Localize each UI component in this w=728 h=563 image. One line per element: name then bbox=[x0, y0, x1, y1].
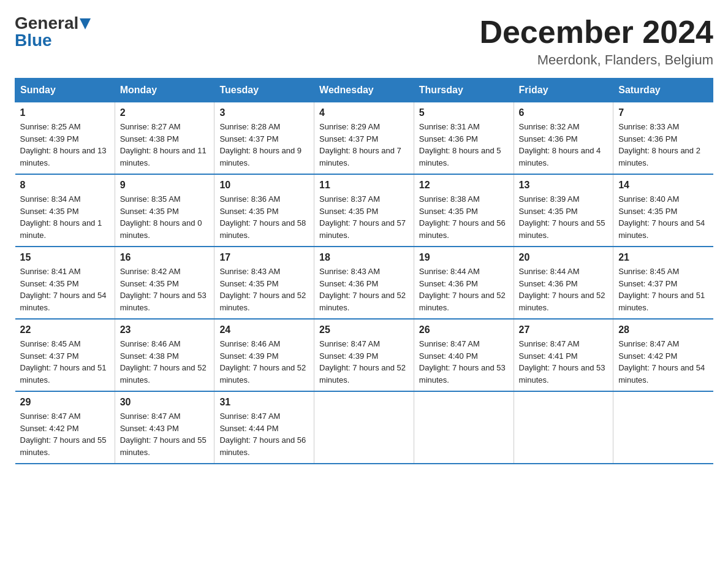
table-row: 12Sunrise: 8:38 AMSunset: 4:35 PMDayligh… bbox=[414, 174, 514, 247]
table-row: 25Sunrise: 8:47 AMSunset: 4:39 PMDayligh… bbox=[314, 319, 414, 391]
day-number: 16 bbox=[120, 252, 210, 263]
day-number: 7 bbox=[618, 107, 708, 118]
day-number: 15 bbox=[20, 252, 110, 263]
day-info: Sunrise: 8:47 AMSunset: 4:43 PMDaylight:… bbox=[120, 410, 210, 458]
day-number: 5 bbox=[419, 107, 509, 118]
day-info: Sunrise: 8:38 AMSunset: 4:35 PMDaylight:… bbox=[419, 193, 509, 241]
day-number: 28 bbox=[618, 324, 708, 335]
day-number: 25 bbox=[319, 324, 409, 335]
day-number: 18 bbox=[319, 252, 409, 263]
table-row: 27Sunrise: 8:47 AMSunset: 4:41 PMDayligh… bbox=[514, 319, 613, 391]
day-info: Sunrise: 8:42 AMSunset: 4:35 PMDaylight:… bbox=[120, 266, 210, 313]
table-row: 14Sunrise: 8:40 AMSunset: 4:35 PMDayligh… bbox=[613, 174, 713, 247]
day-number: 27 bbox=[519, 324, 609, 335]
logo-triangle-icon bbox=[80, 18, 91, 29]
table-row: 18Sunrise: 8:43 AMSunset: 4:36 PMDayligh… bbox=[314, 247, 414, 319]
col-wednesday: Wednesday bbox=[314, 79, 414, 102]
day-info: Sunrise: 8:34 AMSunset: 4:35 PMDaylight:… bbox=[20, 193, 110, 241]
col-friday: Friday bbox=[514, 79, 613, 102]
table-row: 21Sunrise: 8:45 AMSunset: 4:37 PMDayligh… bbox=[613, 247, 713, 319]
calendar-week-row: 22Sunrise: 8:45 AMSunset: 4:37 PMDayligh… bbox=[15, 319, 713, 391]
col-sunday: Sunday bbox=[15, 79, 115, 102]
day-number: 14 bbox=[618, 180, 708, 191]
day-number: 30 bbox=[120, 397, 210, 408]
day-number: 1 bbox=[20, 107, 110, 118]
day-number: 23 bbox=[120, 324, 210, 335]
table-row bbox=[314, 391, 414, 464]
table-row: 2Sunrise: 8:27 AMSunset: 4:38 PMDaylight… bbox=[115, 102, 214, 175]
day-number: 19 bbox=[419, 252, 509, 263]
day-number: 3 bbox=[219, 107, 309, 118]
day-info: Sunrise: 8:44 AMSunset: 4:36 PMDaylight:… bbox=[519, 266, 609, 313]
day-info: Sunrise: 8:33 AMSunset: 4:36 PMDaylight:… bbox=[618, 121, 708, 169]
day-number: 31 bbox=[219, 397, 309, 408]
table-row bbox=[514, 391, 613, 464]
day-info: Sunrise: 8:31 AMSunset: 4:36 PMDaylight:… bbox=[419, 121, 509, 169]
calendar-week-row: 15Sunrise: 8:41 AMSunset: 4:35 PMDayligh… bbox=[15, 247, 713, 319]
table-row: 24Sunrise: 8:46 AMSunset: 4:39 PMDayligh… bbox=[214, 319, 314, 391]
day-info: Sunrise: 8:36 AMSunset: 4:35 PMDaylight:… bbox=[219, 193, 309, 241]
calendar-week-row: 29Sunrise: 8:47 AMSunset: 4:42 PMDayligh… bbox=[15, 391, 713, 464]
table-row: 11Sunrise: 8:37 AMSunset: 4:35 PMDayligh… bbox=[314, 174, 414, 247]
day-info: Sunrise: 8:43 AMSunset: 4:35 PMDaylight:… bbox=[219, 266, 309, 313]
day-number: 2 bbox=[120, 107, 210, 118]
calendar-header-row: Sunday Monday Tuesday Wednesday Thursday… bbox=[15, 79, 713, 102]
day-info: Sunrise: 8:44 AMSunset: 4:36 PMDaylight:… bbox=[419, 266, 509, 313]
day-number: 26 bbox=[419, 324, 509, 335]
table-row: 9Sunrise: 8:35 AMSunset: 4:35 PMDaylight… bbox=[115, 174, 214, 247]
table-row: 31Sunrise: 8:47 AMSunset: 4:44 PMDayligh… bbox=[214, 391, 314, 464]
day-info: Sunrise: 8:47 AMSunset: 4:42 PMDaylight:… bbox=[20, 410, 110, 458]
table-row: 3Sunrise: 8:28 AMSunset: 4:37 PMDaylight… bbox=[214, 102, 314, 175]
day-info: Sunrise: 8:41 AMSunset: 4:35 PMDaylight:… bbox=[20, 266, 110, 313]
day-info: Sunrise: 8:43 AMSunset: 4:36 PMDaylight:… bbox=[319, 266, 409, 313]
col-monday: Monday bbox=[115, 79, 214, 102]
day-number: 11 bbox=[319, 180, 409, 191]
col-thursday: Thursday bbox=[414, 79, 514, 102]
table-row: 29Sunrise: 8:47 AMSunset: 4:42 PMDayligh… bbox=[15, 391, 115, 464]
table-row bbox=[613, 391, 713, 464]
day-number: 17 bbox=[219, 252, 309, 263]
day-number: 9 bbox=[120, 180, 210, 191]
table-row: 15Sunrise: 8:41 AMSunset: 4:35 PMDayligh… bbox=[15, 247, 115, 319]
logo: General Blue bbox=[15, 15, 91, 49]
table-row: 13Sunrise: 8:39 AMSunset: 4:35 PMDayligh… bbox=[514, 174, 613, 247]
location-title: Meerdonk, Flanders, Belgium bbox=[479, 52, 713, 68]
day-info: Sunrise: 8:45 AMSunset: 4:37 PMDaylight:… bbox=[20, 338, 110, 386]
table-row: 6Sunrise: 8:32 AMSunset: 4:36 PMDaylight… bbox=[514, 102, 613, 175]
day-info: Sunrise: 8:35 AMSunset: 4:35 PMDaylight:… bbox=[120, 193, 210, 241]
table-row: 23Sunrise: 8:46 AMSunset: 4:38 PMDayligh… bbox=[115, 319, 214, 391]
title-section: December 2024 Meerdonk, Flanders, Belgiu… bbox=[479, 15, 713, 68]
day-number: 21 bbox=[618, 252, 708, 263]
calendar-week-row: 1Sunrise: 8:25 AMSunset: 4:39 PMDaylight… bbox=[15, 102, 713, 175]
table-row: 22Sunrise: 8:45 AMSunset: 4:37 PMDayligh… bbox=[15, 319, 115, 391]
day-number: 13 bbox=[519, 180, 609, 191]
day-number: 20 bbox=[519, 252, 609, 263]
logo-general-text: General bbox=[15, 15, 78, 32]
day-info: Sunrise: 8:46 AMSunset: 4:39 PMDaylight:… bbox=[219, 338, 309, 386]
day-info: Sunrise: 8:27 AMSunset: 4:38 PMDaylight:… bbox=[120, 121, 210, 169]
day-info: Sunrise: 8:45 AMSunset: 4:37 PMDaylight:… bbox=[618, 266, 708, 313]
day-number: 10 bbox=[219, 180, 309, 191]
page-header: General Blue December 2024 Meerdonk, Fla… bbox=[15, 15, 713, 68]
col-tuesday: Tuesday bbox=[214, 79, 314, 102]
day-info: Sunrise: 8:47 AMSunset: 4:44 PMDaylight:… bbox=[219, 410, 309, 458]
table-row: 26Sunrise: 8:47 AMSunset: 4:40 PMDayligh… bbox=[414, 319, 514, 391]
calendar-week-row: 8Sunrise: 8:34 AMSunset: 4:35 PMDaylight… bbox=[15, 174, 713, 247]
day-number: 6 bbox=[519, 107, 609, 118]
logo-blue-text: Blue bbox=[15, 31, 52, 50]
table-row: 1Sunrise: 8:25 AMSunset: 4:39 PMDaylight… bbox=[15, 102, 115, 175]
day-info: Sunrise: 8:40 AMSunset: 4:35 PMDaylight:… bbox=[618, 193, 708, 241]
table-row: 8Sunrise: 8:34 AMSunset: 4:35 PMDaylight… bbox=[15, 174, 115, 247]
day-info: Sunrise: 8:29 AMSunset: 4:37 PMDaylight:… bbox=[319, 121, 409, 169]
table-row: 16Sunrise: 8:42 AMSunset: 4:35 PMDayligh… bbox=[115, 247, 214, 319]
svg-marker-0 bbox=[80, 18, 91, 29]
day-info: Sunrise: 8:32 AMSunset: 4:36 PMDaylight:… bbox=[519, 121, 609, 169]
month-title: December 2024 bbox=[479, 15, 713, 50]
day-info: Sunrise: 8:47 AMSunset: 4:40 PMDaylight:… bbox=[419, 338, 509, 386]
table-row: 17Sunrise: 8:43 AMSunset: 4:35 PMDayligh… bbox=[214, 247, 314, 319]
table-row: 19Sunrise: 8:44 AMSunset: 4:36 PMDayligh… bbox=[414, 247, 514, 319]
day-number: 8 bbox=[20, 180, 110, 191]
table-row: 5Sunrise: 8:31 AMSunset: 4:36 PMDaylight… bbox=[414, 102, 514, 175]
day-info: Sunrise: 8:46 AMSunset: 4:38 PMDaylight:… bbox=[120, 338, 210, 386]
day-number: 24 bbox=[219, 324, 309, 335]
